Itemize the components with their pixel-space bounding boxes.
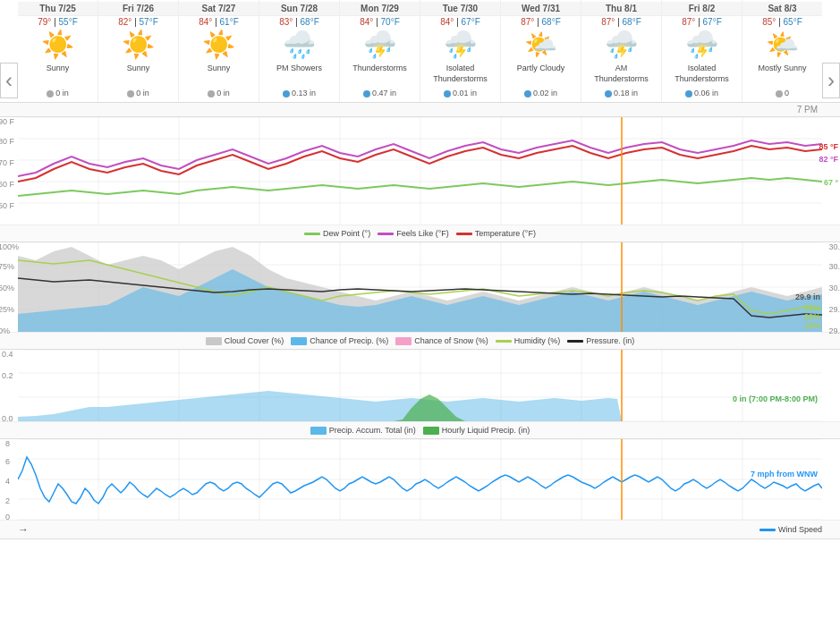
wind-direction-arrow: → xyxy=(18,523,29,536)
day-precip-thu-81: 0.18 in xyxy=(581,87,661,100)
day-icon-mon-729: ⛈️ xyxy=(340,28,420,62)
day-col-mon-729[interactable]: Mon 7/29 84° | 70°F ⛈️ Thunderstorms 0.4… xyxy=(340,0,420,102)
legend-swatch xyxy=(423,427,439,435)
legend-swatch xyxy=(456,233,472,235)
day-name-sat-727: Sat 7/27 xyxy=(179,2,259,16)
day-temps-sat-83: 85° | 65°F xyxy=(742,16,822,28)
temperature-chart-legend: Dew Point (°)Feels Like (°F)Temperature … xyxy=(0,225,840,241)
day-col-sat-727[interactable]: Sat 7/27 84° | 61°F ☀️ Sunny 0 in xyxy=(179,0,259,102)
legend-label: Pressure. (in) xyxy=(586,336,634,345)
day-name-mon-729: Mon 7/29 xyxy=(340,2,420,16)
legend-label: Chance of Precip. (%) xyxy=(310,336,388,345)
day-desc-mon-729: Thunderstorms xyxy=(340,62,420,87)
day-col-wed-731[interactable]: Wed 7/31 87° | 68°F 🌤️ Partly Cloudy 0.0… xyxy=(501,0,581,102)
legend-label: Temperature (°F) xyxy=(475,229,536,238)
legend-label: Dew Point (°) xyxy=(323,229,370,238)
day-desc-sat-83: Mostly Sunny xyxy=(742,62,822,87)
legend-item: Chance of Precip. (%) xyxy=(291,336,388,345)
day-desc-thu-81: AMThunderstorms xyxy=(581,62,661,87)
day-precip-tue-730: 0.01 in xyxy=(420,87,500,100)
day-col-fri-82[interactable]: Fri 8/2 87° | 67°F ⛈️ IsolatedThundersto… xyxy=(662,0,742,102)
day-name-tue-730: Tue 7/30 xyxy=(420,2,500,16)
day-name-thu-81: Thu 8/1 xyxy=(581,2,661,16)
day-icon-wed-731: 🌤️ xyxy=(501,28,581,62)
precip-chart-section: 0.4 0.2 0.0 0 in (7:00 PM-8:00 PM) Preci… xyxy=(0,350,840,439)
humidity-chart-legend: Cloud Cover (%)Chance of Precip. (%)Chan… xyxy=(0,332,840,349)
day-icon-fri-82: ⛈️ xyxy=(662,28,742,62)
day-icon-fri-726: ☀️ xyxy=(98,28,178,62)
legend-item: Cloud Cover (%) xyxy=(206,336,284,345)
days-header: Thu 7/25 79° | 55°F ☀️ Sunny 0 in Fri 7/… xyxy=(0,0,840,103)
day-precip-sun-728: 0.13 in xyxy=(259,87,339,100)
day-icon-tue-730: ⛈️ xyxy=(420,28,500,62)
wind-chart-section: 8 6 4 2 0 7 mph from WNW → Wind Speed xyxy=(0,439,840,539)
legend-swatch xyxy=(759,529,776,531)
legend-label: Chance of Snow (%) xyxy=(414,336,488,345)
day-precip-fri-82: 0.06 in xyxy=(662,87,742,100)
day-temps-thu-81: 87° | 68°F xyxy=(581,16,661,28)
day-temps-sat-727: 84° | 61°F xyxy=(179,16,259,28)
day-name-fri-82: Fri 8/2 xyxy=(662,2,742,16)
legend-swatch xyxy=(378,233,394,235)
day-desc-sat-727: Sunny xyxy=(179,62,259,87)
day-desc-fri-82: IsolatedThunderstorms xyxy=(662,62,742,87)
day-temps-mon-729: 84° | 70°F xyxy=(340,16,420,28)
time-label: 7 PM xyxy=(0,103,840,117)
day-icon-thu-725: ☀️ xyxy=(18,28,98,62)
legend-item: Pressure. (in) xyxy=(567,336,634,345)
day-precip-sat-83: 0 xyxy=(742,87,822,100)
legend-item: Humidity (%) xyxy=(496,336,561,345)
legend-swatch xyxy=(567,340,583,343)
day-temps-tue-730: 84° | 67°F xyxy=(420,16,500,28)
day-col-sat-83[interactable]: Sat 8/3 85° | 65°F 🌤️ Mostly Sunny 0 xyxy=(742,0,822,102)
legend-label: Cloud Cover (%) xyxy=(225,336,284,345)
legend-label: Feels Like (°F) xyxy=(396,229,449,238)
legend-swatch xyxy=(496,340,512,343)
day-temps-wed-731: 87° | 68°F xyxy=(501,16,581,28)
day-col-tue-730[interactable]: Tue 7/30 84° | 67°F ⛈️ IsolatedThunderst… xyxy=(420,0,501,102)
day-temps-sun-728: 83° | 68°F xyxy=(259,16,339,28)
day-desc-sun-728: PM Showers xyxy=(259,62,339,87)
day-col-fri-726[interactable]: Fri 7/26 82° | 57°F ☀️ Sunny 0 in xyxy=(98,0,179,102)
day-col-sun-728[interactable]: Sun 7/28 83° | 68°F 🌧️ PM Showers 0.13 i… xyxy=(259,0,340,102)
nav-right-arrow[interactable]: › xyxy=(822,63,840,98)
precip-annotation: 0 in (7:00 PM-8:00 PM) xyxy=(733,394,818,403)
day-desc-fri-726: Sunny xyxy=(98,62,178,87)
temperature-svg xyxy=(18,117,822,225)
day-desc-wed-731: Partly Cloudy xyxy=(501,62,581,87)
day-precip-fri-726: 0 in xyxy=(98,87,178,100)
day-icon-sat-727: ☀️ xyxy=(179,28,259,62)
temperature-chart-section: 85 °F 82 °F 67 ° 90 F 80 F 70 F 60 F 50 … xyxy=(0,117,840,242)
day-precip-wed-731: 0.02 in xyxy=(501,87,581,100)
day-name-fri-726: Fri 7/26 xyxy=(98,2,178,16)
legend-item: Feels Like (°F) xyxy=(378,229,449,238)
wind-chart-legend: Wind Speed xyxy=(759,525,822,534)
humidity-svg xyxy=(18,242,822,332)
day-name-sun-728: Sun 7/28 xyxy=(259,2,339,16)
day-icon-sun-728: 🌧️ xyxy=(259,28,339,62)
day-desc-thu-725: Sunny xyxy=(18,62,98,87)
legend-label: Hourly Liquid Precip. (in) xyxy=(442,426,530,435)
nav-left-arrow[interactable]: ‹ xyxy=(0,63,18,98)
legend-swatch xyxy=(395,337,412,345)
day-temps-fri-82: 87° | 67°F xyxy=(662,16,742,28)
legend-label: Wind Speed xyxy=(778,525,822,534)
legend-item: Hourly Liquid Precip. (in) xyxy=(423,426,530,435)
legend-swatch xyxy=(310,427,327,435)
precip-chart-legend: Precip. Accum. Total (in)Hourly Liquid P… xyxy=(0,421,840,438)
legend-label: Precip. Accum. Total (in) xyxy=(329,426,416,435)
day-col-thu-81[interactable]: Thu 8/1 87° | 68°F ⛈️ AMThunderstorms 0.… xyxy=(581,0,662,102)
wind-svg xyxy=(18,439,822,520)
legend-item: Chance of Snow (%) xyxy=(395,336,488,345)
legend-item: Wind Speed xyxy=(759,525,822,534)
day-col-thu-725[interactable]: Thu 7/25 79° | 55°F ☀️ Sunny 0 in xyxy=(18,0,98,102)
precip-svg xyxy=(18,350,822,421)
day-icon-sat-83: 🌤️ xyxy=(742,28,822,62)
legend-label: Humidity (%) xyxy=(514,336,561,345)
legend-item: Temperature (°F) xyxy=(456,229,536,238)
weather-widget: ‹ › Thu 7/25 79° | 55°F ☀️ Sunny 0 in Fr… xyxy=(0,0,840,539)
svg-marker-45 xyxy=(18,391,622,421)
legend-item: Precip. Accum. Total (in) xyxy=(310,426,416,435)
day-name-sat-83: Sat 8/3 xyxy=(742,2,822,16)
day-precip-sat-727: 0 in xyxy=(179,87,259,100)
